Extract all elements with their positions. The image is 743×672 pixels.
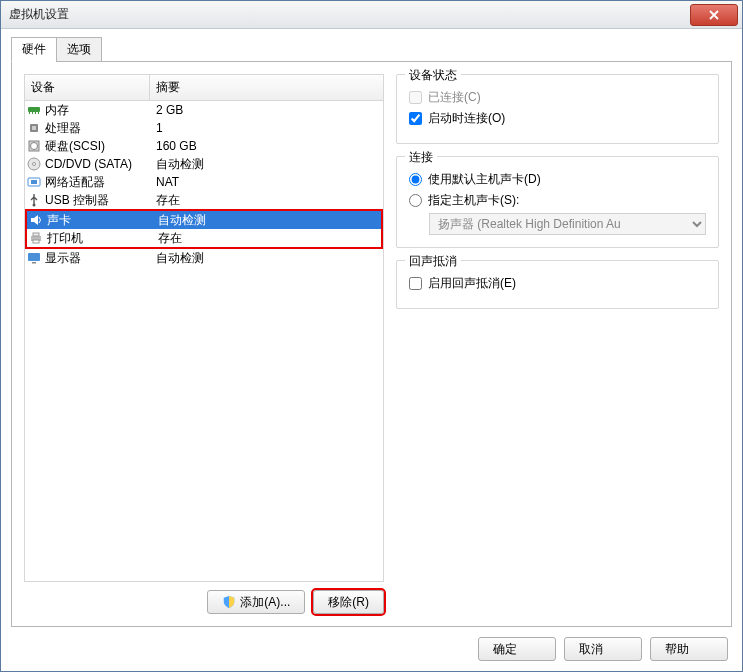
remove-button-label: 移除(R) — [328, 594, 369, 611]
svg-rect-6 — [32, 126, 36, 130]
shield-icon — [222, 595, 236, 609]
device-rows: 内存2 GB处理器1硬盘(SCSI)160 GBCD/DVD (SATA)自动检… — [25, 101, 383, 267]
device-row-printer[interactable]: 打印机存在 — [27, 229, 381, 247]
dvd-icon — [25, 157, 43, 171]
device-summary: 160 GB — [150, 139, 383, 153]
connect-at-power-label: 启动时连接(O) — [428, 110, 505, 127]
display-icon — [25, 251, 43, 265]
add-button[interactable]: 添加(A)... — [207, 590, 305, 614]
connected-checkbox-row[interactable]: 已连接(C) — [409, 89, 706, 106]
usb-icon — [25, 193, 43, 207]
ok-button[interactable]: 确定 — [478, 637, 556, 661]
device-name: 显示器 — [43, 250, 150, 267]
group-echo: 回声抵消 启用回声抵消(E) — [396, 260, 719, 309]
cancel-button[interactable]: 取消 — [564, 637, 642, 661]
device-summary: 存在 — [152, 230, 381, 247]
device-summary: 自动检测 — [150, 156, 383, 173]
group-connection: 连接 使用默认主机声卡(D) 指定主机声卡(S): 扬声器 (Realtek H… — [396, 156, 719, 248]
vm-settings-window: 虚拟机设置 硬件 选项 设备 摘要 内存2 GB处理器1硬盘(SCSI)160 … — [0, 0, 743, 672]
device-list[interactable]: 设备 摘要 内存2 GB处理器1硬盘(SCSI)160 GBCD/DVD (SA… — [24, 74, 384, 582]
device-summary: 2 GB — [150, 103, 383, 117]
net-icon — [25, 175, 43, 189]
host-sound-select: 扬声器 (Realtek High Definition Au — [429, 213, 706, 235]
sound-icon — [27, 213, 45, 227]
window-title: 虚拟机设置 — [9, 6, 69, 23]
add-button-label: 添加(A)... — [240, 594, 290, 611]
device-pane: 设备 摘要 内存2 GB处理器1硬盘(SCSI)160 GBCD/DVD (SA… — [24, 74, 384, 614]
device-name: 打印机 — [45, 230, 152, 247]
device-row-display[interactable]: 显示器自动检测 — [25, 249, 383, 267]
remove-button[interactable]: 移除(R) — [313, 590, 384, 614]
svg-rect-17 — [28, 253, 40, 261]
tab-hardware[interactable]: 硬件 — [11, 37, 57, 62]
svg-point-8 — [31, 143, 38, 150]
echo-checkbox-row[interactable]: 启用回声抵消(E) — [409, 275, 706, 292]
use-default-label: 使用默认主机声卡(D) — [428, 171, 541, 188]
printer-icon — [27, 231, 45, 245]
device-name: CD/DVD (SATA) — [43, 157, 150, 171]
echo-checkbox[interactable] — [409, 277, 422, 290]
svg-rect-15 — [33, 233, 39, 236]
svg-point-13 — [33, 204, 36, 207]
dialog-buttons: 确定 取消 帮助 — [11, 627, 732, 661]
group-echo-title: 回声抵消 — [405, 253, 461, 270]
settings-pane: 设备状态 已连接(C) 启动时连接(O) 连接 使用默认主机声卡(D) — [396, 74, 719, 614]
connected-checkbox — [409, 91, 422, 104]
device-list-header: 设备 摘要 — [25, 75, 383, 101]
help-button[interactable]: 帮助 — [650, 637, 728, 661]
specify-radio[interactable] — [409, 194, 422, 207]
tabstrip: 硬件 选项 — [11, 39, 732, 61]
svg-rect-3 — [35, 112, 36, 114]
device-name: 处理器 — [43, 120, 150, 137]
echo-label: 启用回声抵消(E) — [428, 275, 516, 292]
use-default-radio-row[interactable]: 使用默认主机声卡(D) — [409, 171, 706, 188]
use-default-radio[interactable] — [409, 173, 422, 186]
device-name: 声卡 — [45, 212, 152, 229]
device-summary: 存在 — [150, 192, 383, 209]
device-row-dvd[interactable]: CD/DVD (SATA)自动检测 — [25, 155, 383, 173]
connect-at-power-row[interactable]: 启动时连接(O) — [409, 110, 706, 127]
svg-point-10 — [33, 163, 36, 166]
tab-options[interactable]: 选项 — [56, 37, 102, 62]
device-summary: 自动检测 — [152, 212, 381, 229]
disk-icon — [25, 139, 43, 153]
device-summary: NAT — [150, 175, 383, 189]
device-summary: 自动检测 — [150, 250, 383, 267]
svg-rect-0 — [28, 107, 40, 112]
device-row-cpu[interactable]: 处理器1 — [25, 119, 383, 137]
connect-at-power-checkbox[interactable] — [409, 112, 422, 125]
svg-rect-16 — [33, 240, 39, 243]
close-button[interactable] — [690, 4, 738, 26]
close-icon — [709, 10, 719, 20]
device-name: 内存 — [43, 102, 150, 119]
connected-label: 已连接(C) — [428, 89, 481, 106]
device-name: 硬盘(SCSI) — [43, 138, 150, 155]
device-summary: 1 — [150, 121, 383, 135]
col-header-summary: 摘要 — [150, 75, 383, 100]
device-buttons: 添加(A)... 移除(R) — [24, 590, 384, 614]
cpu-icon — [25, 121, 43, 135]
titlebar: 虚拟机设置 — [1, 1, 742, 29]
group-connection-title: 连接 — [405, 149, 437, 166]
col-header-device: 设备 — [25, 75, 150, 100]
device-row-usb[interactable]: USB 控制器存在 — [25, 191, 383, 209]
specify-label: 指定主机声卡(S): — [428, 192, 519, 209]
svg-rect-12 — [31, 180, 37, 184]
specify-radio-row[interactable]: 指定主机声卡(S): — [409, 192, 706, 209]
group-status: 设备状态 已连接(C) 启动时连接(O) — [396, 74, 719, 144]
device-name: 网络适配器 — [43, 174, 150, 191]
device-row-disk[interactable]: 硬盘(SCSI)160 GB — [25, 137, 383, 155]
svg-rect-18 — [32, 262, 36, 264]
device-row-memory[interactable]: 内存2 GB — [25, 101, 383, 119]
device-row-net[interactable]: 网络适配器NAT — [25, 173, 383, 191]
device-name: USB 控制器 — [43, 192, 150, 209]
svg-rect-4 — [38, 112, 39, 114]
svg-rect-2 — [32, 112, 33, 114]
device-row-sound[interactable]: 声卡自动检测 — [27, 211, 381, 229]
svg-rect-1 — [29, 112, 30, 114]
tab-panel: 设备 摘要 内存2 GB处理器1硬盘(SCSI)160 GBCD/DVD (SA… — [11, 61, 732, 627]
group-status-title: 设备状态 — [405, 67, 461, 84]
memory-icon — [25, 104, 43, 116]
